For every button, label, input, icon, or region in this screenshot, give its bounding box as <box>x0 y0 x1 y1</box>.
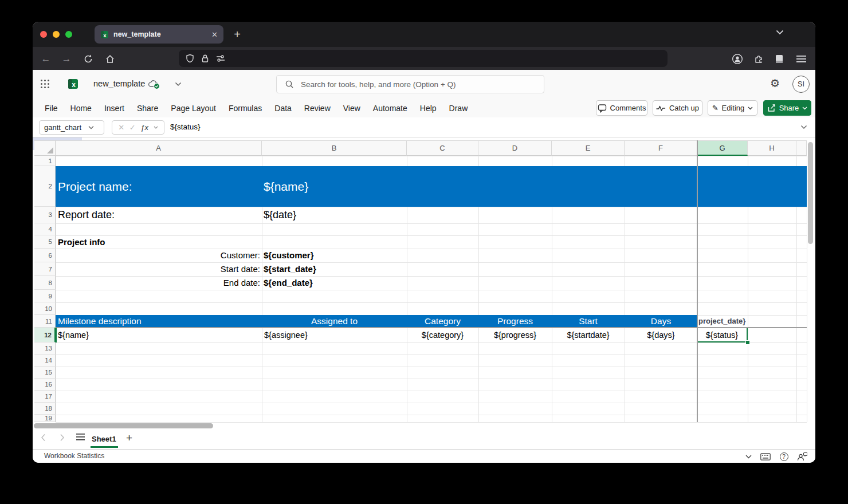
status-chevron-down-icon[interactable] <box>743 451 753 462</box>
row-header-2[interactable]: 2 <box>34 166 56 207</box>
spreadsheet-grid[interactable]: Project name: ${name} Report date: ${dat… <box>33 137 815 430</box>
row-header-3[interactable]: 3 <box>34 207 56 223</box>
row-header-4[interactable]: 4 <box>34 223 56 235</box>
cell-B3[interactable]: ${date} <box>264 207 296 223</box>
column-header-A[interactable]: A <box>56 140 262 156</box>
zoom-window-button[interactable] <box>65 31 72 38</box>
cell-A5[interactable]: Project info <box>58 235 105 249</box>
row-header-9[interactable]: 9 <box>34 290 56 302</box>
all-sheets-hamburger-icon[interactable] <box>76 434 85 440</box>
cell-A6[interactable]: Customer: <box>56 249 260 262</box>
app-launcher-icon[interactable] <box>41 80 49 88</box>
cell-B7[interactable]: ${start_date} <box>264 262 316 276</box>
tab-overflow-chevron-icon[interactable] <box>776 30 784 35</box>
row-header-8[interactable]: 8 <box>34 276 56 290</box>
feedback-icon[interactable] <box>797 451 807 462</box>
permissions-icon[interactable] <box>216 54 225 62</box>
menu-item-help[interactable]: Help <box>420 104 437 113</box>
row-header-7[interactable]: 7 <box>34 262 56 276</box>
account-icon[interactable] <box>731 53 744 65</box>
horizontal-scrollbar[interactable] <box>34 423 213 428</box>
catch-up-button[interactable]: Catch up <box>653 100 702 116</box>
search-box[interactable] <box>276 75 544 93</box>
back-icon[interactable]: ← <box>40 53 52 65</box>
help-icon[interactable]: ? <box>779 451 789 462</box>
name-box[interactable]: gantt_chart <box>39 120 104 135</box>
home-icon[interactable] <box>104 53 116 65</box>
shield-icon[interactable] <box>186 54 194 63</box>
vertical-scrollbar[interactable] <box>808 142 813 244</box>
cancel-entry-icon[interactable]: ✕ <box>118 123 124 132</box>
row-header-14[interactable]: 14 <box>34 355 56 367</box>
workbook-statistics-button[interactable]: Workbook Statistics <box>44 450 104 463</box>
search-input[interactable] <box>300 80 531 89</box>
extensions-icon[interactable] <box>752 53 765 65</box>
cell-G11[interactable]: project_date} <box>698 315 745 328</box>
minimize-window-button[interactable] <box>53 31 60 38</box>
cell-E11[interactable]: Start <box>554 315 622 328</box>
cell-C12[interactable]: ${category} <box>409 328 476 342</box>
row-header-19[interactable]: 19 <box>34 415 56 422</box>
comments-button[interactable]: Comments <box>596 100 647 116</box>
close-tab-icon[interactable]: ✕ <box>211 30 218 39</box>
formula-input[interactable]: ${status} <box>170 117 201 137</box>
row-header-18[interactable]: 18 <box>34 403 56 415</box>
settings-gear-icon[interactable]: ⚙ <box>770 77 780 90</box>
column-header-E[interactable]: E <box>552 140 625 156</box>
cell-A7[interactable]: Start date: <box>56 262 260 276</box>
address-bar[interactable] <box>179 50 668 67</box>
menu-item-home[interactable]: Home <box>70 104 92 113</box>
cell-A2[interactable]: Project name: <box>58 166 132 207</box>
add-sheet-button[interactable]: + <box>126 432 132 444</box>
new-tab-button[interactable]: + <box>229 26 245 42</box>
column-header-B[interactable]: B <box>262 140 407 156</box>
share-button[interactable]: Share <box>763 100 811 116</box>
name-box-chevron-icon[interactable] <box>81 125 100 129</box>
cell-B12[interactable]: ${assignee} <box>264 328 405 342</box>
menu-item-formulas[interactable]: Formulas <box>229 104 262 113</box>
next-sheet-chevron-icon[interactable] <box>60 434 65 442</box>
cell-A3[interactable]: Report date: <box>58 207 115 223</box>
cell-C11[interactable]: Category <box>409 315 476 328</box>
cell-B2[interactable]: ${name} <box>264 166 308 207</box>
cell-B11[interactable]: Assigned to <box>264 315 405 328</box>
title-chevron-down-icon[interactable] <box>175 82 182 86</box>
cell-B8[interactable]: ${end_date} <box>264 276 313 290</box>
cell-D12[interactable]: ${progress} <box>481 328 549 342</box>
cell-E12[interactable]: ${startdate} <box>554 328 622 342</box>
cell-G12[interactable]: ${status} <box>700 328 744 342</box>
row-header-11[interactable]: 11 <box>34 315 56 328</box>
confirm-entry-icon[interactable]: ✓ <box>129 123 136 132</box>
prev-sheet-chevron-icon[interactable] <box>41 434 46 442</box>
insert-function-icon[interactable]: ƒx <box>140 123 148 132</box>
browser-tab[interactable]: x new_template ✕ <box>95 25 223 44</box>
cell-D11[interactable]: Progress <box>481 315 549 328</box>
cell-A11[interactable]: Milestone description <box>58 315 260 328</box>
menu-item-insert[interactable]: Insert <box>104 104 124 113</box>
document-title[interactable]: new_template <box>93 79 145 88</box>
forward-icon[interactable]: → <box>60 53 73 65</box>
avatar[interactable]: SI <box>792 76 810 93</box>
keyboard-icon[interactable] <box>760 451 771 462</box>
menu-hamburger-icon[interactable] <box>795 53 807 65</box>
row-header-5[interactable]: 5 <box>34 235 56 249</box>
menu-item-file[interactable]: File <box>45 104 58 113</box>
menu-item-share[interactable]: Share <box>137 104 158 113</box>
cloud-saved-icon[interactable] <box>147 79 161 90</box>
close-window-button[interactable] <box>40 31 47 38</box>
row-header-12[interactable]: 12 <box>34 328 56 342</box>
cell-A12[interactable]: ${name} <box>58 328 260 342</box>
reload-icon[interactable] <box>82 53 95 65</box>
menu-item-review[interactable]: Review <box>304 104 331 113</box>
menu-item-data[interactable]: Data <box>274 104 292 113</box>
column-header-F[interactable]: F <box>625 140 697 156</box>
column-header-H[interactable]: H <box>748 140 796 156</box>
cell-B6[interactable]: ${customer} <box>264 249 314 262</box>
editing-mode-button[interactable]: ✎ Editing <box>708 100 757 116</box>
expand-formula-bar-chevron-icon[interactable] <box>800 125 807 129</box>
menu-item-automate[interactable]: Automate <box>373 104 407 113</box>
row-header-10[interactable]: 10 <box>34 302 56 315</box>
menu-item-page-layout[interactable]: Page Layout <box>171 104 216 113</box>
project-title-band[interactable] <box>56 166 807 207</box>
column-header-partial[interactable] <box>796 140 807 156</box>
